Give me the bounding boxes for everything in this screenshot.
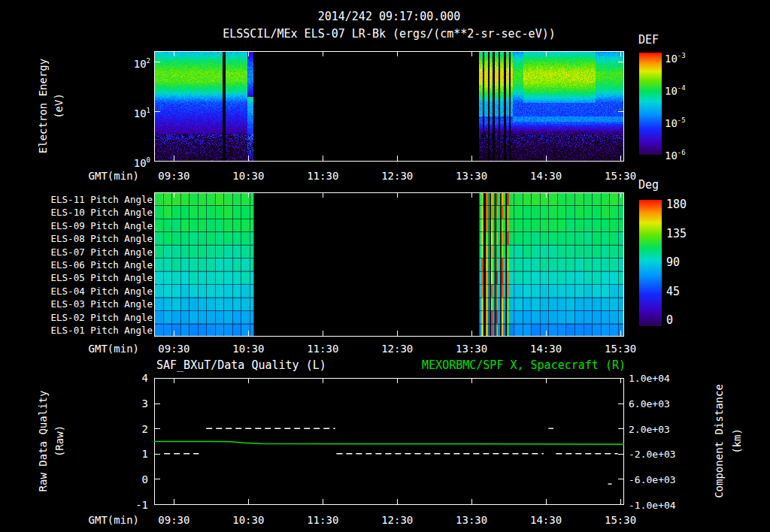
pitch-row-label: ELS-04 Pitch Angle [15,285,153,298]
pitch-row-label: ELS-11 Pitch Angle [15,193,153,206]
distance-ylabel-units: (km) [731,428,743,454]
def-colorbar [639,53,662,155]
page-title: ELSSCIL/MEx ELS-07 LR-Bk (ergs/(cm**2-sr… [154,28,624,41]
def-colorbar-tick: 10-6 [665,147,686,162]
xtick-label: 14:30 [523,170,568,183]
distance-ylabel: Component Distance [713,384,725,498]
xtick-label: 11:30 [300,343,345,355]
deg-colorbar-tick: 90 [666,256,680,269]
pitch-row-label: ELS-08 Pitch Angle [15,232,153,245]
pitch-angle-canvas [154,192,624,337]
xtick-label: 15:30 [598,514,643,527]
xtick-label: 12:30 [374,514,420,527]
xtick-label: 10:30 [226,343,271,355]
xtick-label: 12:30 [374,170,420,183]
quality-distance-canvas [154,378,624,505]
pitch-row-label: ELS-03 Pitch Angle [15,298,153,310]
pitch-row-label: ELS-06 Pitch Angle [15,258,153,271]
distance-ytick: -2.0e+03 [629,448,689,461]
deg-colorbar-tick: 45 [666,286,680,298]
deg-colorbar [639,200,662,326]
timestamp: 2014/242 09:17:00.000 [154,11,624,23]
spec-ylabel-units: (eV) [53,93,65,119]
bottom-title-right: MEXORBMC/SPF X, Spacecraft (R) [422,359,626,372]
distance-ytick: 6.0e+03 [629,397,689,410]
xtick-label: 13:30 [449,170,494,183]
pitch-row-label: ELS-10 Pitch Angle [15,206,153,219]
spec-ytick: 100 [107,154,150,170]
def-colorbar-tick: 10-3 [665,50,686,65]
distance-ytick: -1.0e+04 [629,499,689,512]
xtick-label: 10:30 [226,170,271,183]
xtick-label: 13:30 [449,343,494,355]
xtick-label: 09:30 [151,343,196,355]
pitch-row-label: ELS-09 Pitch Angle [15,219,153,232]
xtick-label: 09:30 [151,514,196,527]
spectrogram-screen: 2014/242 09:17:00.000 ELSSCIL/MEx ELS-07… [0,0,770,532]
xtick-label: 14:30 [523,343,568,355]
pitch-row-label: ELS-05 Pitch Angle [15,271,153,284]
quality-ylabel: Raw Data Quality [37,391,49,492]
bottom-title-left: SAF_BXuT/Data Quality (L) [156,359,326,372]
gmt-label-top: GMT(min) [75,170,139,183]
def-colorbar-label: DEF [638,34,659,47]
quality-ylabel-units: (Raw) [53,425,65,457]
gmt-label-middle: GMT(min) [75,343,139,355]
quality-ytick: 3 [83,397,148,410]
quality-ytick: 1 [83,448,148,461]
xtick-label: 11:30 [300,514,345,527]
distance-ytick: 1.0e+04 [629,372,689,385]
xtick-label: 14:30 [523,514,568,527]
pitch-row-label: ELS-01 Pitch Angle [15,324,153,337]
quality-ytick: 4 [83,372,148,385]
xtick-label: 12:30 [374,343,420,355]
distance-ytick: -6.0e+03 [629,473,689,486]
xtick-label: 15:30 [598,170,643,183]
pitch-row-label: ELS-07 Pitch Angle [15,246,153,258]
xtick-label: 13:30 [449,514,494,527]
spec-ylabel: Electron Energy [37,59,49,153]
deg-colorbar-tick: 135 [666,228,687,240]
spec-ytick: 101 [107,104,150,120]
deg-colorbar-tick: 180 [666,198,687,211]
spec-ytick: 102 [107,55,150,71]
xtick-label: 15:30 [598,343,643,355]
deg-colorbar-tick: 0 [666,314,673,327]
distance-ytick: 2.0e+03 [629,423,689,436]
xtick-label: 09:30 [151,170,196,183]
xtick-label: 11:30 [300,170,345,183]
def-colorbar-tick: 10-5 [665,114,686,130]
quality-ytick: 0 [83,473,148,486]
gmt-label-bottom: GMT(min) [75,514,139,527]
quality-ytick: 2 [83,423,148,436]
quality-ytick: -1 [83,499,148,512]
pitch-row-label: ELS-02 Pitch Angle [15,311,153,324]
def-colorbar-tick: 10-4 [665,82,686,98]
xtick-label: 10:30 [226,514,271,527]
electron-spectrogram-canvas [154,51,624,162]
